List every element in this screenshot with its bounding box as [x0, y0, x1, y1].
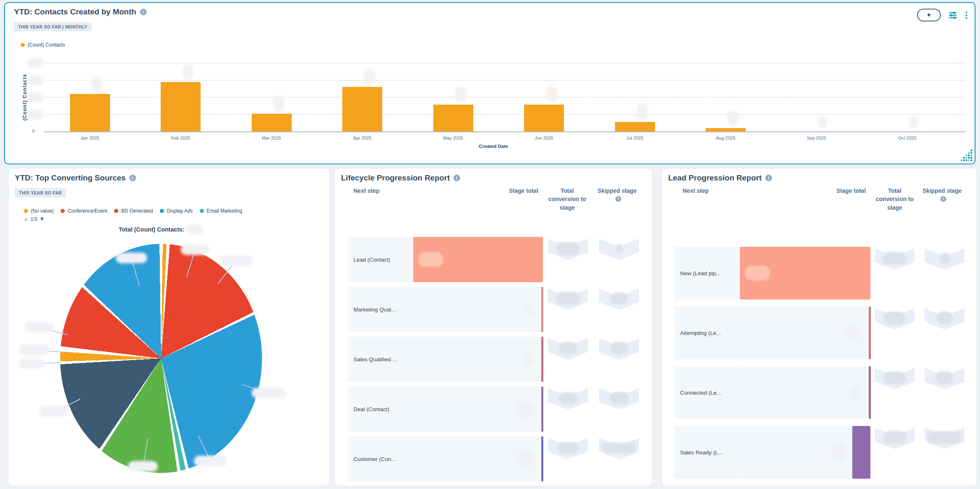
- y-axis-title: (Count) Contacts: [22, 64, 28, 130]
- redacted-skipped-value: [936, 371, 953, 384]
- redacted-skipped-value: [610, 292, 628, 304]
- stage-total-bar[interactable]: [541, 287, 543, 332]
- redacted-skipped-value: [610, 342, 628, 354]
- redacted-stage-total-value: [517, 449, 533, 468]
- bar-mar-2025[interactable]: [252, 114, 292, 131]
- redacted-conversion-value: [555, 292, 581, 304]
- funnel-row-label: Connected (Le...: [674, 366, 739, 419]
- redacted-bar-value: [636, 104, 648, 119]
- redacted-stage-total-value: [418, 252, 444, 267]
- stage-total-bar[interactable]: [869, 307, 871, 359]
- redacted-bar-value: [727, 110, 739, 126]
- redacted-bar-value: [455, 87, 466, 102]
- redacted-bar-value: [364, 69, 375, 84]
- stage-total-bar[interactable]: [541, 386, 543, 432]
- redacted-slice-label: [19, 344, 49, 355]
- funnel-bar-track: [413, 337, 543, 382]
- bar-jan-2025[interactable]: [70, 94, 110, 131]
- redacted-slice-label: [19, 358, 44, 369]
- redacted-bar-value: [182, 64, 194, 80]
- redacted-skipped-value: [615, 244, 623, 253]
- dashboard: YTD: Contacts Created by Monthi THIS YEA…: [0, 0, 980, 489]
- redacted-stage-total-value: [526, 353, 533, 365]
- x-tick-label: Apr 2025: [338, 136, 387, 140]
- funnel-row-label: Attempting (Le...: [674, 307, 739, 359]
- redacted-slice-label: [40, 406, 69, 417]
- redacted-bar-value: [818, 117, 827, 128]
- x-tick-label: Oct 2025: [883, 136, 932, 140]
- redacted-skipped-value: [936, 311, 953, 325]
- funnel-row-label: New (Lead pip...: [674, 247, 739, 299]
- redacted-stage-total-value: [832, 443, 845, 462]
- redacted-conversion-value: [883, 431, 906, 444]
- redacted-conversion-value: [883, 252, 907, 264]
- x-tick-label: Mar 2025: [247, 136, 296, 140]
- x-tick-label: Jun 2025: [519, 136, 569, 140]
- pie-graphic[interactable]: [60, 244, 262, 473]
- redacted-conversion-value: [884, 311, 906, 325]
- x-tick-label: May 2025: [428, 136, 478, 140]
- stage-total-bar[interactable]: [869, 366, 871, 419]
- redacted-slice-label: [252, 388, 286, 398]
- redacted-skipped-value: [927, 431, 962, 444]
- redacted-conversion-value: [557, 242, 580, 255]
- panel-resize-handle[interactable]: [961, 146, 973, 163]
- panel-top-converting-sources[interactable]: YTD: Top Converting Sourcesi THIS YEAR S…: [8, 168, 330, 486]
- funnel-row-label: Deal (Contact): [348, 386, 413, 432]
- redacted-stage-total-value: [847, 325, 859, 341]
- panel-lifecycle-progression[interactable]: Lifecycle Progression Reporti Next step …: [334, 168, 653, 486]
- bar-jul-2025[interactable]: [615, 122, 655, 131]
- bar-apr-2025[interactable]: [342, 87, 382, 131]
- x-tick-label: Sep 2025: [792, 136, 841, 140]
- bar-feb-2025[interactable]: [161, 82, 201, 131]
- redacted-stage-total-value: [745, 266, 770, 281]
- redacted-y-tick-label: [26, 75, 44, 85]
- x-axis-title: Created Date: [465, 144, 522, 149]
- redacted-bar-value: [273, 96, 284, 111]
- redacted-y-tick-label: [26, 58, 44, 68]
- panel-contacts-by-month[interactable]: YTD: Contacts Created by Monthi THIS YEA…: [4, 2, 975, 164]
- gridline: [44, 80, 965, 81]
- stage-total-bar[interactable]: [852, 426, 870, 479]
- redacted-bar-value: [91, 76, 103, 91]
- redacted-skipped-value: [939, 253, 950, 264]
- redacted-stage-total-value: [526, 304, 533, 315]
- funnel-row-label: Sales Qualified ...: [348, 337, 413, 382]
- redacted-stage-total-value: [517, 400, 534, 418]
- stage-total-bar[interactable]: [541, 337, 543, 382]
- redacted-slice-label: [128, 461, 158, 472]
- redacted-conversion-value: [559, 392, 578, 404]
- bar-may-2025[interactable]: [433, 105, 473, 131]
- x-tick-label: Jan 2025: [65, 136, 115, 140]
- y-zero-label: 0: [32, 129, 35, 133]
- redacted-skipped-value: [610, 392, 629, 404]
- redacted-bar-value: [909, 117, 918, 128]
- panel-lead-progression[interactable]: Lead Progression Reporti Next step Stage…: [662, 168, 977, 486]
- bar-aug-2025[interactable]: [706, 128, 746, 131]
- funnel-bar-track: [740, 426, 870, 479]
- x-axis-line: [44, 131, 965, 132]
- funnel-row-label: Lead (Contact): [348, 237, 413, 282]
- gridline: [44, 63, 965, 63]
- redacted-conversion-value: [559, 342, 577, 354]
- redacted-y-tick-label: [26, 110, 44, 119]
- funnel-rows: Lead (Contact)Marketing Qual...Sales Qua…: [335, 168, 652, 486]
- redacted-conversion-value: [558, 442, 578, 454]
- redacted-slice-label: [25, 322, 54, 332]
- x-tick-label: Feb 2025: [156, 136, 206, 140]
- stage-total-bar[interactable]: [541, 436, 543, 482]
- redacted-slice-label: [181, 244, 210, 255]
- redacted-slice-label: [116, 253, 147, 263]
- redacted-slice-label: [194, 456, 227, 466]
- funnel-row-label: Customer (Con...: [348, 436, 413, 482]
- funnel-row-label: Sales Ready (L...: [674, 426, 739, 479]
- redacted-bar-value: [546, 87, 557, 102]
- x-tick-label: Aug 2025: [701, 136, 751, 140]
- funnel-rows: New (Lead pip...Attempting (Le...Connect…: [662, 168, 977, 486]
- x-tick-label: Jul 2025: [610, 136, 660, 140]
- funnel-row-label: Marketing Qual...: [348, 287, 413, 332]
- bar-chart: Jan 2025Feb 2025Mar 2025Apr 2025May 2025…: [5, 3, 975, 164]
- bar-jun-2025[interactable]: [524, 105, 564, 131]
- redacted-slice-label: [219, 255, 253, 266]
- funnel-bar-track: [413, 287, 543, 332]
